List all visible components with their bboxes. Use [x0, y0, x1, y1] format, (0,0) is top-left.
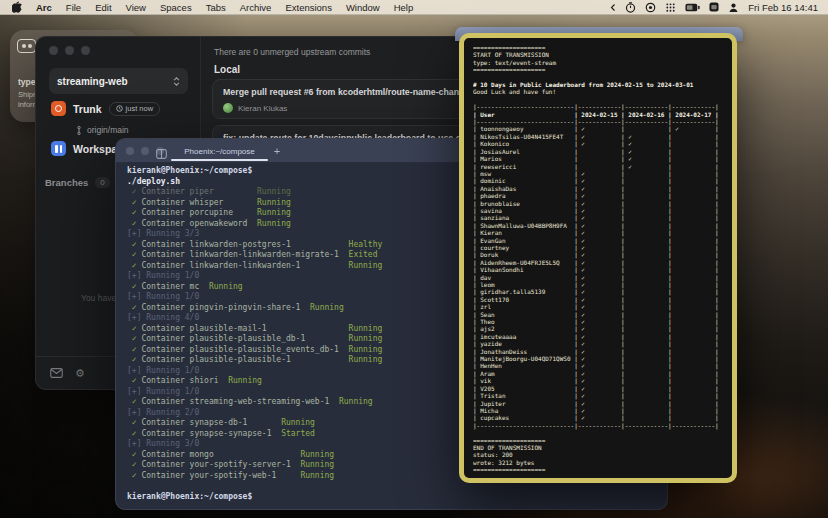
- transmission-line: | Micha | ✓ | | |: [473, 407, 728, 414]
- transmission-line: | Kokonico | ✓ | ✓ | |: [473, 140, 728, 147]
- transmission-line: | vik | ✓ | | |: [473, 377, 728, 384]
- transmission-line: | msw | ✓ | | |: [473, 170, 728, 177]
- battery-icon[interactable]: [685, 3, 700, 12]
- menu-item-view[interactable]: View: [119, 2, 153, 13]
- menu-item-archive[interactable]: Archive: [233, 2, 279, 13]
- transmission-line: | cupcakes | ✓ | | |: [473, 414, 728, 421]
- transmission-line: type: text/event-stream: [473, 59, 728, 66]
- local-section-label: Local: [214, 64, 240, 75]
- desktop: typew Shipmo informa streaming-web Trunk: [0, 0, 828, 518]
- close-button[interactable]: [126, 147, 134, 155]
- menu-item-window[interactable]: Window: [339, 2, 387, 13]
- transmission-line: | phaedra | ✓ | | |: [473, 192, 728, 199]
- transmission-line: | Jupiter | ✓ | | |: [473, 400, 728, 407]
- minimize-button[interactable]: [141, 147, 149, 155]
- menubar-menus: ArcFileEditViewSpacesTabsArchiveExtensio…: [29, 2, 420, 13]
- terminal-line: kierank@Phoenix:~/compose$: [127, 492, 661, 503]
- transmission-line: | NikosTsilas-U04N415FE4T | ✓ | ✓ | |: [473, 133, 728, 140]
- chevron-updown-icon: [173, 77, 180, 86]
- menu-item-help[interactable]: Help: [387, 2, 421, 13]
- transmission-line: |---------------------------|-----------…: [473, 118, 728, 125]
- menu-item-arc[interactable]: Arc: [29, 2, 59, 13]
- transmission-line: | zrl | ✓ | | |: [473, 303, 728, 310]
- transmission-line: | ManitejBoorgu-U04QD71QWS0 | ✓ | | |: [473, 355, 728, 362]
- active-tab-indicator: [171, 159, 268, 161]
- mail-icon[interactable]: [50, 368, 63, 378]
- transmission-line: | giridhar.talla5139 | ✓ | | |: [473, 288, 728, 295]
- menu-item-file[interactable]: File: [59, 2, 88, 13]
- transmission-line: ====================: [473, 66, 728, 73]
- transmission-line: | reesericci | | ✓ | |: [473, 163, 728, 170]
- transmission-line: | Doruk | ✓ | | |: [473, 251, 728, 258]
- menubar-clock[interactable]: Fri Feb 16 14:41: [748, 2, 818, 13]
- grid-icon[interactable]: [665, 2, 676, 13]
- origin-main-label: origin/main: [87, 125, 129, 135]
- transmission-line: | courtney | ✓ | | |: [473, 244, 728, 251]
- transmission-line: | toonnongaeoy | ✓ | | ✓ |: [473, 125, 728, 132]
- transmission-line: | HenHen | ✓ | | |: [473, 362, 728, 369]
- sidebar-item-origin-main[interactable]: origin/main: [75, 125, 129, 135]
- split-pane-icon[interactable]: [156, 145, 167, 163]
- trunk-icon: [51, 101, 66, 116]
- transmission-line: START OF TRANSMISSION: [473, 51, 728, 58]
- transmission-line: # 10 Days in Public Leaderboard from 202…: [473, 81, 728, 88]
- branch-icon: [75, 126, 83, 135]
- transmission-line: [473, 74, 728, 81]
- menu-item-edit[interactable]: Edit: [88, 2, 118, 13]
- transmission-line: Good Luck and have fun!: [473, 88, 728, 95]
- transmission-line: | Sean | ✓ | | |: [473, 311, 728, 318]
- transmission-line: ====================: [473, 466, 728, 473]
- menu-item-tabs[interactable]: Tabs: [199, 2, 233, 13]
- timer-icon[interactable]: [625, 2, 636, 13]
- transmission-line: | Aram | ✓ | | |: [473, 370, 728, 377]
- menubar-status: [610, 2, 739, 13]
- transmission-line: | dominic | ✓ | | |: [473, 177, 728, 184]
- transmission-line: | Theo | ✓ | | |: [473, 318, 728, 325]
- sidebar-hint-text: You have: [81, 293, 116, 303]
- transmission-line: | leom | ✓ | | |: [473, 281, 728, 288]
- transmission-line: | ajs2 | ✓ | | |: [473, 325, 728, 332]
- transmission-line: | savina | ✓ | | |: [473, 207, 728, 214]
- branches-label: Branches: [45, 177, 88, 188]
- workspace-icon: [51, 141, 66, 156]
- transmission-line: | sanziana | ✓ | | |: [473, 214, 728, 221]
- repo-selector[interactable]: streaming-web: [49, 68, 188, 94]
- transmission-line: | brunoblaise | ✓ | | |: [473, 200, 728, 207]
- gear-icon[interactable]: ⚙: [75, 368, 85, 379]
- clock-icon: [116, 105, 123, 112]
- menu-item-extensions[interactable]: Extensions: [278, 2, 338, 13]
- transmission-line: | Kieran | ✓ | | |: [473, 229, 728, 236]
- transmission-line: END OF TRANSMISSION: [473, 444, 728, 451]
- transmission-line: | JonathanDeiss | ✓ | | |: [473, 348, 728, 355]
- transmission-window: ====================START OF TRANSMISSIO…: [459, 33, 737, 483]
- transmission-line: |---------------------------|-----------…: [473, 103, 728, 110]
- trunk-label: Trunk: [73, 103, 102, 115]
- transmission-line: status: 200: [473, 451, 728, 458]
- menubar: ArcFileEditViewSpacesTabsArchiveExtensio…: [0, 0, 828, 15]
- just-now-badge: just now: [109, 102, 161, 116]
- repo-selector-label: streaming-web: [57, 76, 128, 87]
- sidebar-item-trunk[interactable]: Trunk just now: [51, 101, 160, 116]
- transmission-line: | yazide | ✓ | | |: [473, 340, 728, 347]
- apple-menu-icon[interactable]: [12, 1, 23, 13]
- transmission-line: | V205 | ✓ | | |: [473, 385, 728, 392]
- transmission-line: | VihaanSondhi | ✓ | | |: [473, 266, 728, 273]
- menu-item-spaces[interactable]: Spaces: [153, 2, 199, 13]
- new-tab-button[interactable]: +: [269, 141, 285, 161]
- calendar-icon[interactable]: [709, 2, 719, 12]
- transmission-line: | AnaishaDas | ✓ | | |: [473, 185, 728, 192]
- transmission-output: ====================START OF TRANSMISSIO…: [473, 44, 728, 474]
- unmerged-status-text: There are 0 unmerged upstream commits: [214, 47, 370, 57]
- aperture-icon[interactable]: [645, 2, 656, 13]
- avatar: [223, 103, 233, 113]
- transmission-line: | imcuteaaaa | ✓ | | |: [473, 333, 728, 340]
- transmission-line: | Marios | | ✓ | |: [473, 155, 728, 162]
- transmission-line: | EvanGan | ✓ | | |: [473, 237, 728, 244]
- branches-section[interactable]: Branches 0: [45, 177, 110, 188]
- commit-author: Kieran Klukas: [238, 104, 287, 113]
- notification-app-icon: [17, 39, 36, 53]
- transmission-line: | Scott170 | ✓ | | |: [473, 296, 728, 303]
- user-icon[interactable]: [728, 2, 739, 13]
- transmission-line: |---------------------------|-----------…: [473, 422, 728, 429]
- chevron-left-icon[interactable]: [610, 3, 616, 12]
